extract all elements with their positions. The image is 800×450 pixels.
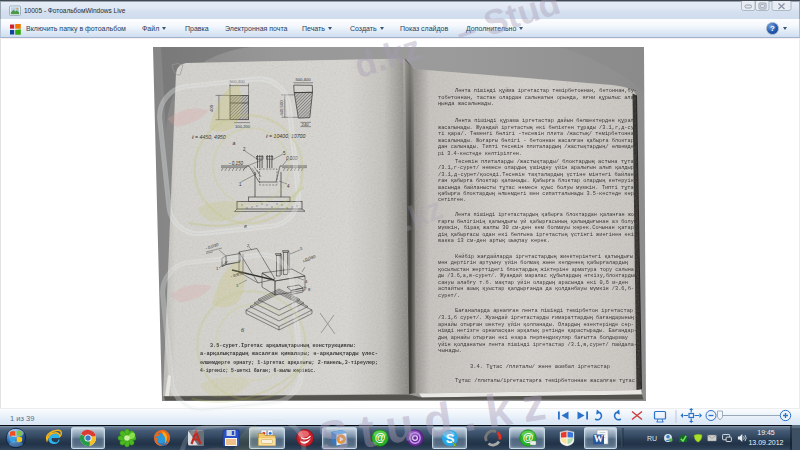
svg-text:Лента пішінді құйма іргетастар: Лента пішінді құйма іргетастар темірбето…	[455, 87, 637, 94]
svg-text:қосылыстан жерттідегі блоктард: қосылыстан жерттідегі блоктардың жіктері…	[438, 267, 637, 273]
svg-text:19:45: 19:45	[757, 429, 775, 436]
svg-text:сурет/.: сурет/.	[438, 293, 460, 299]
svg-text:Лента пішінді іргетастардың қа: Лента пішінді іргетастардың қабырға блок…	[455, 212, 637, 218]
svg-text:/3.1,д-сурет/қоседі.Тесевін та: /3.1,д-сурет/қоседі.Тесевін тақталардың …	[438, 171, 637, 178]
svg-text:ған қабырға блоктар қаланады.: ған қабырға блоктар қаланады. Қабырға бл…	[438, 178, 637, 184]
svg-text:вакка 13 см-ден артық шықпау к: вакка 13 см-ден артық шықпау керек.	[438, 238, 550, 244]
svg-text:дің қабырғасы одан екі бөлғына: дің қабырғасы одан екі бөлғына іргетасты…	[438, 232, 634, 238]
svg-text:W: W	[594, 434, 604, 444]
svg-text:/3.1,б сурет/. Жуандай іргетас: /3.1,б сурет/. Жуандай іргетастарды ғима…	[438, 314, 634, 321]
svg-text:/3.1,г-сурет/ немесе олардың ү: /3.1,г-сурет/ немесе олардың үшіндеу үйі…	[438, 164, 637, 171]
svg-text:сетілген.: сетілген.	[438, 197, 466, 203]
svg-text:мүмкін, бірақ жалпы 30 см-ден: мүмкін, бірақ жалпы 30 см-ден кем болмау…	[438, 225, 634, 231]
svg-text:шасында байланысты тұтас немес: шасында байланысты тұтас немесе қуыс бол…	[438, 184, 637, 191]
svg-text:жасалынады. Жоғарғы бөлігі - б: жасалынады. Жоғарғы бөлігі - бетоннан жа…	[438, 138, 637, 144]
svg-text:Бағаналарда арналған лента піш: Бағаналарда арналған лента пішінді темір…	[455, 308, 633, 314]
svg-text:жасалынады. Жуандай іргетастың: жасалынады. Жуандай іргетастың екі бөлік…	[438, 124, 637, 131]
svg-text:RU: RU	[647, 435, 657, 442]
svg-text:қабырға блоктардың өлшемдегі м: қабырға блоктардың өлшемдегі мен сипатта…	[438, 191, 637, 197]
svg-text:ғарғы бөлігінің қалыңдығы үй қ: ғарғы бөлігінің қалыңдығы үй қабырғасыны…	[438, 218, 637, 225]
svg-text:Кейбір жағдайларда іргетастард: Кейбір жағдайларда іргетастардың жиектер…	[455, 253, 633, 260]
svg-text:@: @	[375, 431, 386, 443]
svg-text:13.09.2012: 13.09.2012	[748, 439, 783, 446]
svg-text:ті қара/. Төменгі бөлігі -тесе: ті қара/. Төменгі бөлігі -тесевін плита …	[438, 131, 637, 137]
svg-text:Тесевін плиталарды /жастықтард: Тесевін плиталарды /жастықтарды/ блоктар…	[455, 159, 637, 165]
svg-text:ңында жасалынады.: ңында жасалынады.	[438, 101, 494, 107]
svg-text:үйін қолданатын лента пішінді: үйін қолданатын лента пішінді іргетастар…	[438, 341, 637, 348]
svg-text:мен дертігін артуыну үйін болм: мен дертігін артуыну үйін болмақ және ке…	[438, 259, 628, 266]
svg-text:арнайы отырған шектеу үйін қол: арнайы отырған шектеу үйін қолланады. Ол…	[438, 321, 634, 328]
svg-text:аспайтын ашық қуыстар қалдырға: аспайтын ашық қуыстар қалдырғанда да қол…	[438, 285, 634, 292]
svg-text:дың арнайы отырған екі өзара п: дың арнайы отырған екі өзара перпендикул…	[438, 334, 628, 341]
svg-text:Лента пішінді құрама іргетаста: Лента пішінді құрама іргетастар дайын бө…	[455, 117, 637, 124]
svg-text:рі 3.4-кестеде келтірілген.: рі 3.4-кестеде келтірілген.	[438, 151, 522, 157]
svg-text:дан салынады. Типті тесевін пл: дан салынады. Типті тесевін плиталардың …	[438, 144, 637, 150]
svg-text:німді негізге орналасқан арқал: німді негізге орналасқан арқалық ретінде…	[438, 328, 637, 334]
svg-text:Тұтас /плиталы/іргетастарға те: Тұтас /плиталы/іргетастарға темірбетонна…	[455, 378, 635, 384]
svg-text:сануы алабғу т.б. мақтар үйін: сануы алабғу т.б. мақтар үйін олардың ар…	[438, 279, 628, 286]
svg-text:тобетоннан, тастан олардан сал: тобетоннан, тастан олардан салынатын оры…	[438, 95, 637, 101]
svg-text:3.4. Тұтас /плиталы/ және шомб: 3.4. Тұтас /плиталы/ және шомбал іргетас…	[470, 364, 610, 370]
svg-text:ды /3.6,а,в-сурет/. Жуандай ма: ды /3.6,а,в-сурет/. Жуандай маралас құбы…	[438, 272, 637, 279]
svg-text:чынады.: чынады.	[438, 348, 462, 354]
